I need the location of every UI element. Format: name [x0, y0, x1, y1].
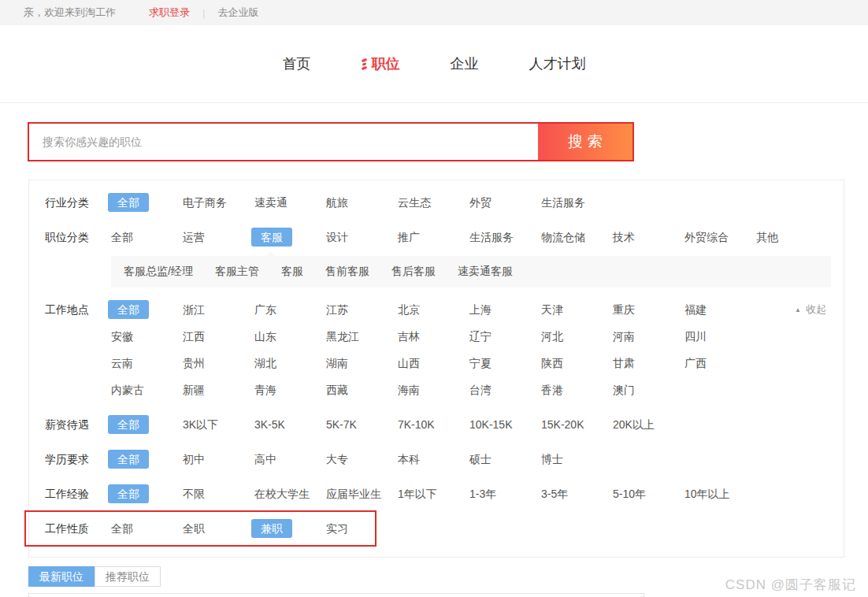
filter-option[interactable]: 初中	[183, 450, 254, 469]
filter-option[interactable]: 河南	[613, 327, 684, 346]
filter-row-label: 工作性质	[45, 519, 111, 538]
filter-option[interactable]: 浙江	[183, 300, 254, 319]
filter-option[interactable]: 海南	[398, 380, 469, 399]
filter-option[interactable]: 台湾	[469, 380, 541, 399]
nav-item-home[interactable]: 首页	[283, 54, 311, 73]
filter-option[interactable]: 贵州	[183, 354, 254, 373]
nav-item-talent-plan[interactable]: 人才计划	[529, 54, 586, 73]
filter-option[interactable]: 1-3年	[469, 484, 541, 503]
filter-option[interactable]: 3K以下	[183, 415, 254, 434]
filter-option[interactable]: 全职	[183, 519, 254, 538]
filter-option[interactable]: 宁夏	[469, 354, 541, 373]
filter-option[interactable]: 电子商务	[183, 193, 254, 212]
filter-option[interactable]: 辽宁	[469, 327, 541, 346]
filter-option[interactable]: 生活服务	[541, 193, 613, 212]
filter-option[interactable]: 香港	[541, 380, 613, 399]
filter-option[interactable]: 航旅	[326, 193, 398, 212]
search-button[interactable]: 搜 索	[538, 124, 632, 160]
filter-option[interactable]: 新疆	[183, 380, 254, 399]
filter-option[interactable]: 运营	[183, 228, 254, 247]
tab-recommended-jobs[interactable]: 推荐职位	[95, 566, 161, 587]
filter-option[interactable]: 云生态	[398, 193, 469, 212]
filter-option[interactable]: 全部	[111, 228, 183, 247]
filter-option[interactable]: 天津	[541, 300, 613, 319]
filter-option[interactable]: 全部	[111, 519, 183, 538]
filter-option[interactable]: 3K-5K	[254, 415, 326, 434]
nav-item-company[interactable]: 企业	[451, 54, 479, 73]
filter-option[interactable]: 山东	[254, 327, 326, 346]
filter-option[interactable]: 物流仓储	[541, 228, 613, 247]
login-link[interactable]: 求职登录	[149, 6, 190, 20]
filter-option[interactable]: 甘肃	[613, 354, 684, 373]
filter-option[interactable]: 大专	[326, 450, 398, 469]
subcategory-option[interactable]: 售后客服	[391, 265, 436, 279]
filter-option[interactable]: 重庆	[613, 300, 684, 319]
filter-option[interactable]: 青海	[254, 380, 326, 399]
welcome-text: 亲，欢迎来到淘工作	[24, 6, 116, 20]
filter-option[interactable]: 1年以下	[398, 484, 469, 503]
filter-option[interactable]: 北京	[398, 300, 469, 319]
filter-option[interactable]: 四川	[684, 327, 756, 346]
filter-option[interactable]: 西藏	[326, 380, 398, 399]
filter-option[interactable]: 全部	[111, 484, 183, 503]
filter-option[interactable]: 10年以上	[684, 484, 756, 503]
filter-option[interactable]: 上海	[469, 300, 541, 319]
filter-option[interactable]: 客服	[254, 228, 326, 247]
filter-option[interactable]: 兼职	[254, 519, 326, 538]
search-input[interactable]	[29, 124, 538, 160]
nav-item-jobs[interactable]: 职位	[362, 54, 400, 73]
filter-option[interactable]: 在校大学生	[254, 484, 326, 503]
filter-option[interactable]: 外贸综合	[684, 228, 756, 247]
filter-option[interactable]: 硕士	[469, 450, 541, 469]
filter-option[interactable]: 不限	[183, 484, 254, 503]
filter-option[interactable]: 推广	[398, 228, 469, 247]
subcategory-option[interactable]: 售前客服	[325, 265, 369, 279]
filter-option[interactable]: 湖南	[326, 354, 398, 373]
filter-option[interactable]: 河北	[541, 327, 613, 346]
filter-option[interactable]: 黑龙江	[326, 327, 398, 346]
filter-option[interactable]: 福建	[684, 300, 756, 319]
subcategory-option[interactable]: 速卖通客服	[458, 265, 513, 279]
filter-option[interactable]: 江苏	[326, 300, 398, 319]
filter-option[interactable]: 20K以上	[613, 415, 684, 434]
filter-option[interactable]: 全部	[111, 450, 183, 469]
filter-option[interactable]: 其他	[756, 228, 828, 247]
tab-latest-jobs[interactable]: 最新职位	[28, 566, 95, 587]
filter-option[interactable]: 本科	[398, 450, 469, 469]
filter-row-salary: 薪资待遇全部3K以下3K-5K5K-7K7K-10K10K-15K15K-20K…	[29, 407, 844, 442]
filter-option[interactable]: 应届毕业生	[326, 484, 398, 503]
filter-option[interactable]: 3-5年	[541, 484, 613, 503]
filter-option[interactable]: 全部	[111, 193, 183, 212]
filter-option[interactable]: 吉林	[398, 327, 469, 346]
filter-option[interactable]: 生活服务	[469, 228, 541, 247]
filter-option[interactable]: 技术	[613, 228, 684, 247]
filter-option[interactable]: 江西	[183, 327, 254, 346]
filter-option[interactable]: 10K-15K	[469, 415, 541, 434]
filter-option[interactable]: 高中	[254, 450, 326, 469]
filter-option[interactable]: 云南	[111, 354, 183, 373]
filter-option[interactable]: 全部	[111, 300, 183, 319]
subcategory-option[interactable]: 客服总监/经理	[124, 265, 193, 279]
subcategory-option[interactable]: 客服	[281, 265, 303, 279]
filter-option[interactable]: 广东	[254, 300, 326, 319]
filter-option[interactable]: 博士	[541, 450, 613, 469]
filter-option[interactable]: 7K-10K	[398, 415, 469, 434]
filter-option[interactable]: 外贸	[469, 193, 541, 212]
filter-option[interactable]: 5-10年	[613, 484, 684, 503]
filter-option[interactable]: 速卖通	[254, 193, 326, 212]
filter-option[interactable]: 全部	[111, 415, 183, 434]
collapse-toggle[interactable]: ▲收起	[795, 302, 826, 317]
filter-option[interactable]: 澳门	[613, 380, 684, 399]
filter-option[interactable]: 陕西	[541, 354, 613, 373]
subcategory-option[interactable]: 客服主管	[215, 265, 259, 279]
filter-option[interactable]: 安徽	[111, 327, 183, 346]
filter-option[interactable]: 广西	[684, 354, 756, 373]
filter-option[interactable]: 实习	[326, 519, 398, 538]
filter-option[interactable]: 内蒙古	[111, 380, 183, 399]
filter-option[interactable]: 15K-20K	[541, 415, 613, 434]
enterprise-link[interactable]: 去企业版	[217, 6, 258, 20]
filter-option[interactable]: 设计	[326, 228, 398, 247]
filter-option[interactable]: 山西	[398, 354, 469, 373]
filter-option[interactable]: 湖北	[254, 354, 326, 373]
filter-option[interactable]: 5K-7K	[326, 415, 398, 434]
